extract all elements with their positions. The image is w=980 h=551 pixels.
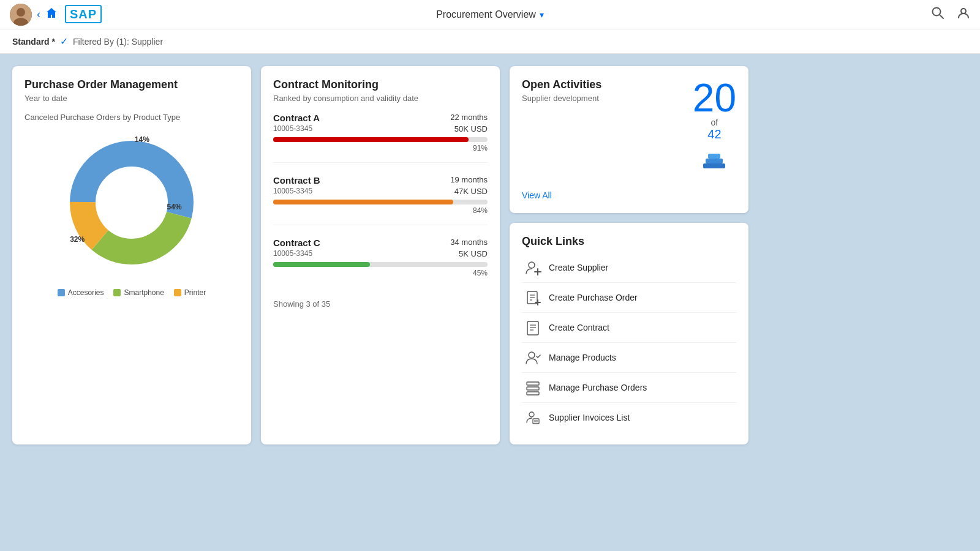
svg-line-4: [940, 15, 943, 18]
cm-card-subtitle: Ranked by consumption and validity date: [273, 94, 488, 103]
legend-label-printer: Printer: [184, 288, 206, 297]
legend-label-accessories: Accesories: [68, 288, 104, 297]
oa-subtitle: Supplier development: [522, 94, 601, 103]
contract-b-name: Contract B: [273, 175, 320, 186]
oa-stack-icon: [699, 149, 729, 181]
svg-rect-27: [527, 382, 539, 385]
contract-b-progress: [273, 200, 488, 204]
chart-legend: Accesories Smartphone Printer: [24, 288, 239, 297]
ql-create-contract[interactable]: Create Contract: [522, 313, 736, 343]
filter-text: Filtered By (1): Supplier: [73, 37, 163, 47]
contract-c-bar: [273, 262, 370, 267]
contract-b-amount: 47K USD: [454, 187, 488, 196]
open-activities-card: Open Activities Supplier development 20 …: [510, 66, 748, 213]
ql-manage-po-label: Manage Purchase Orders: [549, 383, 647, 392]
page-title: Procurement Overview ▾: [436, 9, 544, 20]
contract-c-name: Contract C: [273, 238, 320, 248]
create-supplier-icon: [524, 259, 541, 276]
ql-create-po-label: Create Purchase Order: [549, 293, 638, 302]
contract-c-pct: 45%: [273, 269, 488, 277]
manage-po-icon: [524, 379, 541, 396]
contract-a-item[interactable]: Contract A 22 months 10005-3345 50K USD …: [273, 113, 488, 163]
svg-point-30: [529, 412, 534, 417]
contract-b-item[interactable]: Contract B 19 months 10005-3345 47K USD …: [273, 175, 488, 225]
contract-a-bar: [273, 137, 469, 142]
chart-title: Canceled Purchase Orders by Product Type: [24, 113, 239, 122]
contract-b-months: 19 months: [450, 175, 488, 186]
contract-monitoring-card: Contract Monitoring Ranked by consumptio…: [261, 66, 500, 444]
contract-b-bar: [273, 200, 453, 204]
oa-of-label: of: [711, 118, 718, 127]
oa-count: 20: [693, 78, 736, 118]
legend-dot-accessories: [58, 289, 65, 296]
home-button[interactable]: [45, 7, 58, 22]
contract-b-pct: 84%: [273, 206, 488, 215]
ql-create-supplier[interactable]: Create Supplier: [522, 253, 736, 283]
page-title-text: Procurement Overview: [436, 9, 536, 20]
ql-manage-products[interactable]: Manage Products: [522, 343, 736, 373]
title-dropdown-icon[interactable]: ▾: [540, 10, 544, 20]
svg-point-13: [529, 262, 535, 268]
svg-point-26: [529, 352, 535, 358]
back-button[interactable]: ‹: [37, 8, 40, 21]
ql-supplier-invoices[interactable]: Supplier Invoices List: [522, 403, 736, 432]
check-icon: ✓: [60, 36, 68, 47]
ql-create-supplier-label: Create Supplier: [549, 263, 608, 272]
cm-card-title: Contract Monitoring: [273, 78, 488, 91]
contract-c-months: 34 months: [450, 238, 488, 248]
manage-products-icon: [524, 349, 541, 366]
svg-rect-31: [533, 419, 539, 424]
top-right-icons: [931, 6, 970, 23]
legend-smartphone: Smartphone: [113, 288, 164, 297]
svg-rect-11: [706, 159, 723, 163]
ql-manage-po[interactable]: Manage Purchase Orders: [522, 373, 736, 403]
create-contract-icon: [524, 319, 541, 336]
create-po-icon: [524, 289, 541, 306]
top-navigation: ‹ SAP Procurement Overview ▾: [0, 0, 980, 29]
supplier-invoices-icon: [524, 409, 541, 426]
oa-left: Open Activities Supplier development: [522, 78, 601, 113]
contract-b-id: 10005-3345: [273, 187, 312, 196]
filter-bar: Standard * ✓ Filtered By (1): Supplier: [0, 29, 980, 54]
user-avatar[interactable]: [10, 4, 32, 26]
oa-right: 20 of 42: [693, 78, 736, 181]
ql-supplier-invoices-label: Supplier Invoices List: [549, 413, 630, 422]
showing-text: Showing 3 of 35: [273, 299, 488, 309]
legend-dot-printer: [174, 289, 181, 296]
sap-logo: SAP: [65, 7, 102, 21]
contract-a-pct: 91%: [273, 144, 488, 152]
svg-point-1: [17, 8, 25, 17]
standard-label[interactable]: Standard *: [12, 37, 55, 47]
contract-c-progress: [273, 262, 488, 267]
oa-total: 42: [707, 127, 721, 141]
contracts-list: Contract A 22 months 10005-3345 50K USD …: [273, 113, 488, 287]
donut-chart: 14% 54% 32%: [58, 129, 205, 276]
svg-rect-10: [703, 163, 725, 168]
svg-point-9: [96, 167, 167, 238]
legend-accessories: Accesories: [58, 288, 104, 297]
search-icon[interactable]: [931, 6, 944, 23]
user-settings-icon[interactable]: [957, 6, 970, 23]
oa-top: Open Activities Supplier development 20 …: [522, 78, 736, 181]
purchase-order-card: Purchase Order Management Year to date C…: [12, 66, 251, 444]
contract-a-id: 10005-3345: [273, 124, 312, 133]
ql-title: Quick Links: [522, 235, 736, 248]
contract-c-item[interactable]: Contract C 34 months 10005-3345 5K USD 4…: [273, 238, 488, 287]
view-all-link[interactable]: View All: [522, 190, 552, 200]
po-card-subtitle: Year to date: [24, 94, 239, 103]
legend-label-smartphone: Smartphone: [124, 288, 164, 297]
ql-create-po[interactable]: Create Purchase Order: [522, 283, 736, 313]
contract-a-progress: [273, 137, 488, 142]
svg-rect-29: [527, 392, 539, 395]
legend-dot-smartphone: [113, 289, 121, 296]
contract-a-amount: 50K USD: [454, 124, 488, 133]
po-card-title: Purchase Order Management: [24, 78, 239, 91]
svg-rect-28: [527, 387, 539, 390]
contract-a-months: 22 months: [450, 113, 488, 123]
contract-c-id: 10005-3345: [273, 249, 312, 258]
svg-point-5: [961, 9, 966, 13]
svg-rect-22: [527, 321, 538, 335]
main-content: Purchase Order Management Year to date C…: [0, 54, 980, 457]
svg-rect-12: [708, 154, 720, 159]
contract-a-name: Contract A: [273, 113, 320, 123]
